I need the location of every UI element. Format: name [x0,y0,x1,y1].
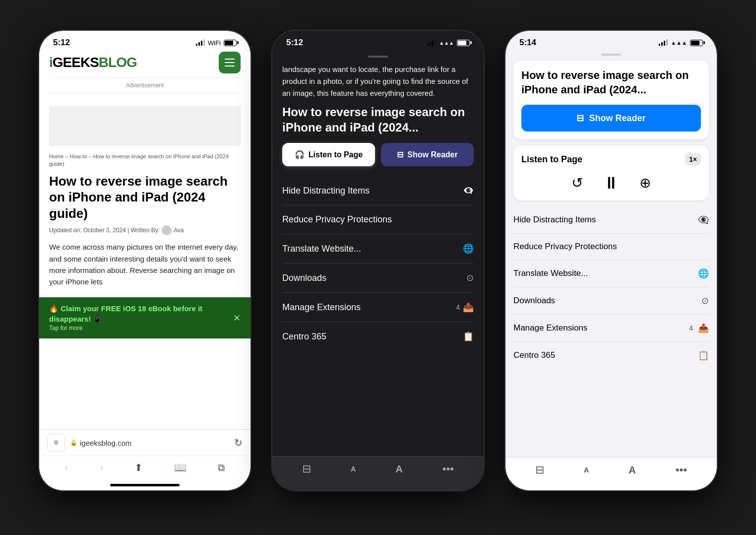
phone-1: 5:12 WiFi iGEEKSBLOG [38,30,252,491]
status-bar-3: 5:14 ▲▲▲ [505,31,717,52]
show-reader-button[interactable]: ⊟ Show Reader [381,143,474,166]
p3-menu-label: Translate Website... [513,268,588,278]
p3-menu-label: Reduce Privacy Protections [513,242,617,252]
centro-icon: 📋 [463,331,474,342]
p3-menu-label: Centro 365 [513,350,555,360]
navigation-bar: ‹ › ⬆ 📖 ⧉ [39,456,251,484]
fast-forward-button[interactable]: ⊕ [639,175,651,191]
menu-item-centro[interactable]: Centro 365 📋 [282,322,474,351]
menu-item-label: Manage Extensions [282,302,361,313]
refresh-button[interactable]: ↻ [234,437,243,449]
lock-icon: 🔒 [70,439,77,446]
listen-label: Listen to Page [309,150,363,159]
toolbar-font-large[interactable]: A [395,464,402,475]
toolbar-reader-btn[interactable]: ⊟ [302,463,311,475]
menu-item-label: Centro 365 [282,332,326,342]
p3-extensions-right: 4 📤 [689,323,709,334]
breadcrumb: Home – How-to – How to reverse image sea… [39,153,251,173]
p3-menu-label: Manage Extensions [513,323,587,333]
status-icons-2: ▲▲▲ [427,40,470,46]
wifi-icon-1: WiFi [208,39,221,47]
battery-icon-2 [457,40,470,46]
p3-font-small[interactable]: A [584,466,589,474]
wifi-icon-3: ▲▲▲ [671,40,687,46]
signal-icon-2 [427,40,436,46]
status-icons-1: WiFi [196,39,237,47]
menu-item-extensions[interactable]: Manage Extensions 4 📤 [282,293,474,322]
listen-card: Listen to Page 1× ↺ ⏸ ⊕ [513,145,709,201]
p3-hide-icon: 👁️‍🗨️ [698,214,709,225]
promo-sub: Tap for more [49,324,233,333]
p3-menu-label: Hide Distracting Items [513,215,596,225]
p3-menu-extensions[interactable]: Manage Extensions 4 📤 [513,315,709,342]
listen-header: Listen to Page 1× [521,153,701,165]
ad-label: Advertisement [49,77,241,93]
show-reader-button-3[interactable]: ⊟ Show Reader [521,105,701,132]
hamburger-button[interactable] [219,52,241,73]
promo-content: 🔥 Claim your FREE iOS 18 eBook before it… [49,303,233,333]
toolbar-more-btn[interactable]: ••• [442,463,454,475]
headphones-icon: 🎧 [295,150,305,159]
status-time-2: 5:12 [286,38,303,48]
p3-menu-translate[interactable]: Translate Website... 🌐 [513,260,709,287]
action-buttons: 🎧 Listen to Page ⊟ Show Reader [272,143,484,176]
menu-item-reduce-privacy[interactable]: Reduce Privacy Protections [282,205,474,234]
p3-menu-reduce-privacy[interactable]: Reduce Privacy Protections [513,234,709,260]
article-snippet: landscape you want to locate, the purcha… [272,64,484,99]
status-bar-2: 5:12 ▲▲▲ [272,31,484,52]
logo-brand: GEEKS [53,55,99,70]
article-heading-2: How to reverse image search on iPhone an… [272,104,484,143]
toolbar-3: ⊟ A A ••• [505,457,717,490]
wifi-icon-2: ▲▲▲ [439,40,454,46]
p3-toolbar-reader[interactable]: ⊟ [535,464,544,476]
site-logo: iGEEKSBLOG [49,55,137,70]
menu-item-label: Downloads [282,273,326,283]
status-time-1: 5:12 [53,38,70,48]
drag-handle-3 [601,54,621,56]
promo-text: 🔥 Claim your FREE iOS 18 eBook before it… [49,303,233,324]
url-text: igeeksblog.com [80,439,131,447]
update-date: Updated on: October 3, 2024 | Written By… [49,227,160,234]
menu-item-label: Reduce Privacy Protections [282,214,392,225]
p3-menu-downloads[interactable]: Downloads ⊙ [513,287,709,315]
tabs-button[interactable]: ⧉ [218,462,225,473]
menu-item-translate[interactable]: Translate Website... 🌐 [282,234,474,264]
menu-list-2: Hide Distracting Items 👁️‍🗨️ Reduce Priv… [272,176,484,351]
share-button[interactable]: ⬆ [134,462,143,473]
promo-close-icon[interactable]: ✕ [233,313,241,324]
p3-font-large[interactable]: A [629,465,635,476]
phone-3: 5:14 ▲▲▲ How to reverse image search on … [504,30,718,491]
menu-item-hide-distracting[interactable]: Hide Distracting Items 👁️‍🗨️ [282,176,474,205]
rewind-button[interactable]: ↺ [571,175,583,191]
address-field[interactable]: 🔒 igeeksblog.com [70,439,229,447]
bookmarks-button[interactable]: 📖 [174,462,187,473]
breadcrumb-text: Home – How-to – How to reverse image sea… [49,153,229,167]
drag-handle [368,56,388,58]
listen-title: Listen to Page [521,154,582,165]
home-indicator [110,484,180,486]
address-bar: ≡ 🔒 igeeksblog.com ↻ [39,430,251,456]
promo-banner[interactable]: 🔥 Claim your FREE iOS 18 eBook before it… [39,297,251,338]
p3-menu-centro[interactable]: Centro 365 📋 [513,342,709,369]
back-button[interactable]: ‹ [65,461,68,474]
p3-more-btn[interactable]: ••• [676,464,687,476]
phone-2: 5:12 ▲▲▲ landscape you want to locate, t… [271,30,485,491]
menu-item-downloads[interactable]: Downloads ⊙ [282,264,474,293]
toolbar-font-small[interactable]: A [351,465,356,473]
status-time-3: 5:14 [519,38,536,48]
logo-blog: BLOG [99,55,137,70]
listen-to-page-button[interactable]: 🎧 Listen to Page [282,143,375,166]
author-name: Ava [174,227,184,234]
pause-button[interactable]: ⏸ [603,173,620,193]
menu-item-label: Hide Distracting Items [282,186,370,196]
reader-mode-button[interactable]: ≡ [47,434,65,452]
forward-button[interactable]: › [100,461,103,474]
p3-menu-hide-distracting[interactable]: Hide Distracting Items 👁️‍🗨️ [513,206,709,234]
menu-list-3: Hide Distracting Items 👁️‍🗨️ Reduce Priv… [505,206,717,369]
speed-badge[interactable]: 1× [685,153,701,165]
extensions-icon: 📤 [463,302,474,313]
title-card: How to reverse image search on iPhone an… [513,61,709,139]
article-title-1: How to reverse image search on iPhone an… [39,173,251,226]
p3-translate-icon: 🌐 [698,268,709,279]
article-meta-1: Updated on: October 3, 2024 | Written By… [39,225,251,241]
